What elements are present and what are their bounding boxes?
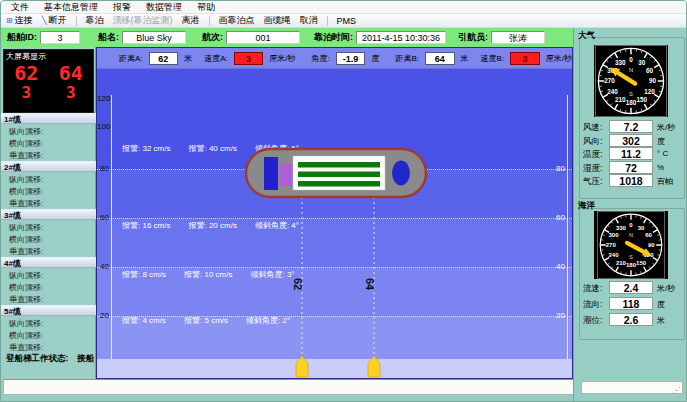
temperature-value: 11.2 <box>609 147 653 160</box>
drift-monitor-button[interactable]: 漂移(靠泊监测) <box>113 14 173 27</box>
ship-name-input[interactable]: Blue Sky <box>122 31 186 44</box>
mooring-group-5-header[interactable]: 5#缆 <box>1 305 96 316</box>
berthing-chart: 距离A: 62 米 速度A: 3 厘米/秒 角度: -1.9 度 距离B: 64… <box>96 47 573 379</box>
voyage-input[interactable]: 001 <box>226 31 300 44</box>
cargo-stripe <box>298 162 380 168</box>
mooring-group-4: 4#缆 纵向漂移: 横向漂移: 垂直漂移: <box>1 257 96 305</box>
ocean-group-title: 海洋 <box>578 200 595 212</box>
ship-info-bar: 船舶ID: 3 船名: Blue Sky 航次: 001 靠泊时间: 2011-… <box>1 28 573 47</box>
svg-text:150: 150 <box>636 260 647 266</box>
wind-speed-unit: 米/秒 <box>657 122 675 133</box>
svg-text:270: 270 <box>604 77 615 84</box>
toolbar: ⊞连接 ╲断开 靠泊 漂移(靠泊监测) 离港 画靠泊点 画缆绳 取消 PMS <box>1 14 686 28</box>
distance-b-label: 距离B: <box>395 53 419 64</box>
menu-bar: 文件 基本信息管理 报警 数据管理 帮助 <box>1 1 686 14</box>
menu-file[interactable]: 文件 <box>11 1 29 14</box>
menu-alarm[interactable]: 报警 <box>113 1 131 14</box>
menu-data[interactable]: 数据管理 <box>146 1 182 14</box>
ship-diagram: 62 64 <box>97 48 572 378</box>
big-screen-display: 大屏幕显示 62 64 3 3 <box>3 49 94 113</box>
pms-button[interactable]: PMS <box>337 16 357 26</box>
tide-level-value: 2.6 <box>609 313 653 326</box>
ship-deckhouse <box>280 164 291 186</box>
ship-id-label: 船舶ID: <box>7 31 37 44</box>
temperature-label: 温度: <box>583 149 602 161</box>
ship-id-input[interactable]: 3 <box>40 31 80 44</box>
svg-text:N: N <box>629 232 633 238</box>
berth-button[interactable]: 靠泊 <box>86 14 104 27</box>
toolbar-separator <box>76 16 77 26</box>
cancel-button[interactable]: 取消 <box>300 14 318 27</box>
wind-direction-gauge: 0306090120150180210240270300330NS <box>594 45 668 117</box>
depart-button[interactable]: 离港 <box>182 14 200 27</box>
angle-unit: 度 <box>371 53 379 64</box>
svg-text:180: 180 <box>626 262 637 268</box>
atmosphere-groupbox: 0306090120150180210240270300330NS 风速:7.2… <box>579 37 685 199</box>
distance-a-value[interactable]: 62 <box>149 52 179 65</box>
berth-time-input[interactable]: 2011-4-15 10:30:36 <box>356 31 446 44</box>
svg-text:240: 240 <box>607 88 618 95</box>
disconnect-label: 断开 <box>49 14 67 27</box>
ship-name-label: 船名: <box>98 31 119 44</box>
svg-text:210: 210 <box>615 96 626 103</box>
mooring-group-4-header[interactable]: 4#缆 <box>1 257 96 268</box>
speed-b-label: 速度B: <box>481 53 505 64</box>
draw-berth-point-button[interactable]: 画靠泊点 <box>219 14 255 27</box>
vertical-drift-label: 垂直漂移: <box>9 294 43 305</box>
pilot-label: 引航员: <box>458 31 488 44</box>
humidity-label: 湿度: <box>583 163 602 175</box>
angle-value[interactable]: -1.9 <box>336 52 366 65</box>
menu-help[interactable]: 帮助 <box>197 1 215 14</box>
angle-label: 角度: <box>312 53 330 64</box>
longitudinal-drift-label: 纵向漂移: <box>9 174 43 185</box>
sensor-marker-a <box>296 356 308 377</box>
svg-text:150: 150 <box>636 96 647 103</box>
svg-text:90: 90 <box>648 242 655 248</box>
connect-button[interactable]: ⊞连接 <box>6 14 33 27</box>
vertical-drift-label: 垂直漂移: <box>9 150 43 161</box>
speed-a-value[interactable]: 3 <box>234 52 264 65</box>
wind-direction-value: 302 <box>609 134 653 147</box>
right-status-bar: ⋰ <box>581 381 683 394</box>
sensor-a-distance-label: 62 <box>292 278 304 290</box>
longitudinal-drift-label: 纵向漂移: <box>9 318 43 329</box>
svg-text:N: N <box>629 67 633 73</box>
mooring-group-1-header[interactable]: 1#缆 <box>1 113 96 124</box>
gangway-status-value: 接船 <box>77 353 94 363</box>
vertical-drift-label: 垂直漂移: <box>9 342 43 353</box>
lateral-drift-label: 横向漂移: <box>9 330 43 341</box>
left-panel: 大屏幕显示 62 64 3 3 1#缆 纵向漂移: 横向漂移: 垂直漂移: 2#… <box>1 47 96 379</box>
longitudinal-drift-label: 纵向漂移: <box>9 222 43 233</box>
mooring-group-2-header[interactable]: 2#缆 <box>1 161 96 172</box>
svg-text:240: 240 <box>609 252 620 258</box>
menu-basic-info[interactable]: 基本信息管理 <box>44 1 98 14</box>
pilot-input[interactable]: 张涛 <box>491 31 545 44</box>
svg-text:120: 120 <box>644 88 655 95</box>
ocean-groupbox: 0306090120150180210240270300330NS 流速:2.4… <box>579 208 685 340</box>
svg-text:30: 30 <box>638 225 645 231</box>
ship-bow-feature <box>392 161 410 186</box>
disconnect-button[interactable]: ╲断开 <box>42 14 67 27</box>
current-direction-label: 流向: <box>583 299 602 311</box>
current-direction-gauge: 0306090120150180210240270300330NS <box>594 211 668 279</box>
current-speed-value: 2.4 <box>609 281 653 294</box>
status-bar <box>3 379 574 395</box>
toolbar-separator <box>209 16 210 26</box>
humidity-value: 72 <box>609 161 653 174</box>
current-speed-label: 流速: <box>583 283 602 295</box>
svg-text:210: 210 <box>616 260 627 266</box>
pressure-label: 气压: <box>583 176 602 188</box>
cargo-stripe <box>298 172 380 178</box>
resize-grip[interactable]: ⋰ <box>672 385 681 395</box>
gangway-status-label: 登船梯工作状态: <box>6 353 68 363</box>
speed-b-value[interactable]: 3 <box>510 52 540 65</box>
distance-b-value[interactable]: 64 <box>425 52 455 65</box>
svg-text:90: 90 <box>649 77 657 84</box>
mooring-group-2: 2#缆 纵向漂移: 横向漂移: 垂直漂移: <box>1 161 96 209</box>
right-panel: 大气 0306090120150180210240270300330NS 风速:… <box>573 28 687 402</box>
svg-text:S: S <box>629 91 633 97</box>
led-speed-b: 3 <box>66 84 76 102</box>
sensor-marker-b <box>368 356 380 377</box>
mooring-group-3-header[interactable]: 3#缆 <box>1 209 96 220</box>
draw-mooring-line-button[interactable]: 画缆绳 <box>264 14 291 27</box>
